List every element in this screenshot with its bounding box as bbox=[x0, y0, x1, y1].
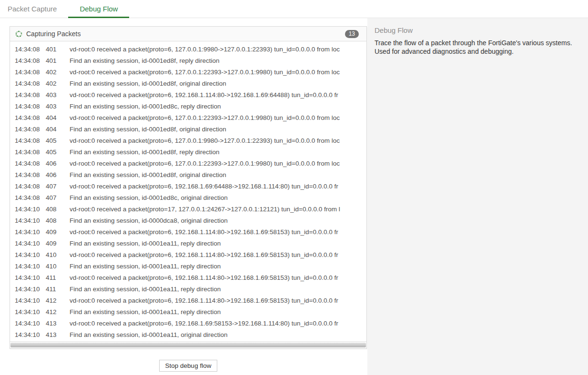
horizontal-scrollbar-thumb[interactable] bbox=[10, 343, 366, 347]
log-message: vd-root:0 received a packet(proto=6, 192… bbox=[70, 251, 366, 258]
log-message: Find an existing session, id-0001ed8c, o… bbox=[70, 194, 366, 201]
log-row[interactable]: 14:34:08 406 vd-root:0 received a packet… bbox=[10, 158, 366, 169]
log-row[interactable]: 14:34:08 405 Find an existing session, i… bbox=[10, 146, 366, 158]
log-message: vd-root:0 received a packet(proto=6, 127… bbox=[70, 160, 366, 167]
log-list: 14:34:08 401 vd-root:0 received a packet… bbox=[10, 41, 366, 341]
button-row: Stop debug flow bbox=[0, 360, 376, 372]
log-time: 14:34:10 bbox=[15, 320, 39, 327]
log-row[interactable]: 14:34:08 403 Find an existing session, i… bbox=[10, 100, 366, 112]
log-time: 14:34:08 bbox=[15, 57, 39, 64]
log-row[interactable]: 14:34:10 413 vd-root:0 received a packet… bbox=[10, 317, 366, 329]
log-message: vd-root:0 received a packet(proto=6, 192… bbox=[70, 320, 366, 327]
log-row[interactable]: 14:34:08 402 Find an existing session, i… bbox=[10, 78, 366, 89]
log-row[interactable]: 14:34:08 406 Find an existing session, i… bbox=[10, 169, 366, 180]
content-area: Capturing Packets 13 14:34:08 401 vd-roo… bbox=[0, 18, 588, 375]
log-sequence: 411 bbox=[46, 274, 59, 281]
log-message: vd-root:0 received a packet(proto=6, 127… bbox=[70, 69, 366, 76]
log-time: 14:34:10 bbox=[15, 263, 39, 270]
log-row[interactable]: 14:34:10 412 vd-root:0 received a packet… bbox=[10, 295, 366, 306]
help-panel-title: Debug Flow bbox=[375, 26, 581, 34]
log-sequence: 413 bbox=[46, 331, 59, 338]
log-row[interactable]: 14:34:08 401 vd-root:0 received a packet… bbox=[10, 43, 366, 55]
log-row[interactable]: 14:34:08 402 vd-root:0 received a packet… bbox=[10, 66, 366, 78]
log-message: vd-root:0 received a packet(proto=6, 192… bbox=[70, 228, 366, 236]
log-time: 14:34:08 bbox=[15, 80, 39, 87]
log-row[interactable]: 14:34:08 404 vd-root:0 received a packet… bbox=[10, 112, 366, 123]
horizontal-scrollbar[interactable] bbox=[10, 341, 366, 348]
log-row[interactable]: 14:34:10 408 vd-root:0 received a packet… bbox=[10, 203, 366, 215]
log-sequence: 409 bbox=[46, 240, 59, 247]
log-sequence: 403 bbox=[46, 103, 59, 110]
log-message: vd-root:0 received a packet(proto=6, 192… bbox=[70, 91, 366, 99]
log-time: 14:34:08 bbox=[15, 103, 39, 110]
log-message: vd-root:0 received a packet(proto=6, 192… bbox=[70, 183, 366, 190]
log-sequence: 411 bbox=[46, 286, 59, 293]
log-time: 14:34:10 bbox=[15, 206, 39, 213]
log-row[interactable]: 14:34:08 403 vd-root:0 received a packet… bbox=[10, 89, 366, 100]
log-sequence: 404 bbox=[46, 126, 59, 133]
log-sequence: 409 bbox=[46, 228, 59, 236]
log-message: Find an existing session, id-0001ed8f, r… bbox=[70, 57, 366, 64]
log-row[interactable]: 14:34:10 410 Find an existing session, i… bbox=[10, 260, 366, 272]
log-sequence: 406 bbox=[46, 160, 59, 167]
log-row[interactable]: 14:34:10 410 vd-root:0 received a packet… bbox=[10, 249, 366, 260]
log-message: Find an existing session, id-0001ed8f, r… bbox=[70, 148, 366, 156]
capture-count-badge: 13 bbox=[345, 30, 359, 38]
log-time: 14:34:08 bbox=[15, 137, 39, 144]
log-row[interactable]: 14:34:10 409 vd-root:0 received a packet… bbox=[10, 226, 366, 237]
log-message: Find an existing session, id-0001ed8f, o… bbox=[70, 80, 366, 87]
log-time: 14:34:10 bbox=[15, 331, 39, 338]
help-panel: Debug Flow Trace the flow of a packet th… bbox=[367, 18, 588, 375]
log-sequence: 410 bbox=[46, 251, 59, 258]
log-sequence: 401 bbox=[46, 57, 59, 64]
tab-packet-capture[interactable]: Packet Capture bbox=[0, 0, 68, 18]
log-row[interactable]: 14:34:10 411 vd-root:0 received a packet… bbox=[10, 272, 366, 283]
log-time: 14:34:10 bbox=[15, 228, 39, 236]
capture-panel-header: Capturing Packets 13 bbox=[10, 27, 366, 41]
log-message: Find an existing session, id-0001ed8f, o… bbox=[70, 171, 366, 178]
log-time: 14:34:08 bbox=[15, 69, 39, 76]
log-time: 14:34:08 bbox=[15, 183, 39, 190]
log-message: vd-root:0 received a packet(proto=6, 192… bbox=[70, 274, 366, 281]
log-time: 14:34:10 bbox=[15, 308, 39, 316]
log-sequence: 412 bbox=[46, 297, 59, 304]
help-panel-description: Trace the flow of a packet through the F… bbox=[375, 39, 581, 56]
log-time: 14:34:10 bbox=[15, 240, 39, 247]
log-sequence: 407 bbox=[46, 194, 59, 201]
log-message: vd-root:0 received a packet(proto=6, 127… bbox=[70, 137, 366, 144]
log-row[interactable]: 14:34:10 413 Find an existing session, i… bbox=[10, 329, 366, 340]
log-sequence: 406 bbox=[46, 171, 59, 178]
log-row[interactable]: 14:34:08 401 Find an existing session, i… bbox=[10, 55, 366, 66]
log-sequence: 405 bbox=[46, 137, 59, 144]
log-sequence: 402 bbox=[46, 80, 59, 87]
log-sequence: 413 bbox=[46, 320, 59, 327]
log-sequence: 403 bbox=[46, 91, 59, 99]
loading-spinner-icon bbox=[15, 30, 22, 38]
log-row[interactable]: 14:34:10 409 Find an existing session, i… bbox=[10, 237, 366, 249]
log-sequence: 412 bbox=[46, 308, 59, 316]
log-message: vd-root:0 received a packet(proto=6, 127… bbox=[70, 46, 366, 53]
log-message: Find an existing session, id-0000dca8, o… bbox=[70, 217, 366, 224]
log-row[interactable]: 14:34:08 405 vd-root:0 received a packet… bbox=[10, 135, 366, 146]
log-message: vd-root:0 received a packet(proto=6, 127… bbox=[70, 114, 366, 121]
log-row[interactable]: 14:34:08 407 vd-root:0 received a packet… bbox=[10, 180, 366, 192]
log-message: vd-root:0 received a packet(proto=17, 12… bbox=[70, 206, 366, 213]
tab-debug-flow[interactable]: Debug Flow bbox=[68, 0, 129, 18]
log-message: vd-root:0 received a packet(proto=6, 192… bbox=[70, 297, 366, 304]
log-time: 14:34:08 bbox=[15, 126, 39, 133]
log-time: 14:34:10 bbox=[15, 286, 39, 293]
log-time: 14:34:10 bbox=[15, 274, 39, 281]
log-message: Find an existing session, id-0001ed8f, o… bbox=[70, 126, 366, 133]
log-row[interactable]: 14:34:08 407 Find an existing session, i… bbox=[10, 192, 366, 203]
log-time: 14:34:08 bbox=[15, 160, 39, 167]
log-row[interactable]: 14:34:08 404 Find an existing session, i… bbox=[10, 123, 366, 135]
log-row[interactable]: 14:34:10 411 Find an existing session, i… bbox=[10, 283, 366, 295]
log-message: Find an existing session, id-0001ea11, r… bbox=[70, 308, 366, 316]
log-sequence: 402 bbox=[46, 69, 59, 76]
log-row[interactable]: 14:34:10 408 Find an existing session, i… bbox=[10, 215, 366, 226]
log-message: Find an existing session, id-0001ea11, o… bbox=[70, 331, 366, 338]
stop-debug-flow-button[interactable]: Stop debug flow bbox=[159, 360, 218, 372]
log-message: Find an existing session, id-0001ed8c, r… bbox=[70, 103, 366, 110]
log-row[interactable]: 14:34:10 412 Find an existing session, i… bbox=[10, 306, 366, 317]
log-message: Find an existing session, id-0001ea11, r… bbox=[70, 240, 366, 247]
